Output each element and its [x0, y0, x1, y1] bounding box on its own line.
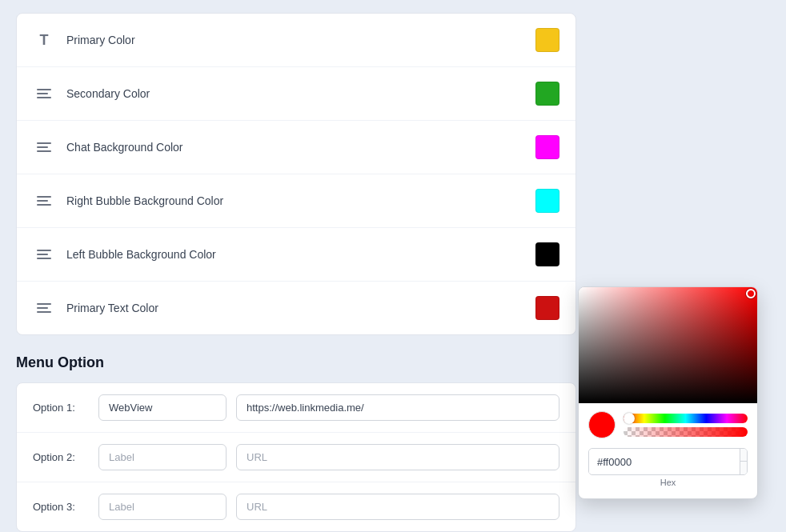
color-gradient-area[interactable]: [579, 287, 757, 403]
primary-text-color-swatch[interactable]: [535, 296, 559, 320]
hue-slider-track[interactable]: [624, 414, 748, 423]
menu-option-title: Menu Option: [16, 354, 576, 371]
left-bubble-color-swatch[interactable]: [535, 242, 559, 266]
primary-text-color-label: Primary Text Color: [66, 302, 535, 314]
hex-input-wrap: ▲ ▼: [588, 448, 748, 475]
hex-input[interactable]: [589, 450, 740, 474]
picker-cursor[interactable]: [746, 289, 756, 298]
hex-increment-button[interactable]: ▲: [740, 449, 748, 462]
secondary-color-row: Secondary Color: [17, 67, 575, 121]
option-2-label: Option 2:: [33, 451, 89, 463]
option-3-url-input[interactable]: [236, 494, 559, 520]
option-1-value-input[interactable]: [98, 394, 227, 421]
color-preview-circle: [588, 411, 616, 438]
menu-option-3-row: Option 3:: [17, 482, 575, 531]
color-settings-card: T Primary Color Secondary Color Chat Bac…: [16, 13, 576, 335]
primary-text-color-row: Primary Text Color: [17, 282, 575, 334]
hex-decrement-button[interactable]: ▼: [740, 462, 748, 474]
right-bubble-color-row: Right Bubble Background Color: [17, 174, 575, 228]
right-bubble-icon: [33, 190, 55, 212]
option-3-label: Option 3:: [33, 501, 89, 513]
option-2-value-input[interactable]: [98, 444, 227, 470]
main-content: T Primary Color Secondary Color Chat Bac…: [0, 0, 592, 532]
menu-option-2-row: Option 2:: [17, 433, 575, 482]
t-icon: T: [40, 32, 49, 49]
lines-icon-right-bubble: [37, 196, 51, 206]
left-bubble-icon: [33, 243, 55, 266]
secondary-color-swatch[interactable]: [535, 82, 559, 106]
primary-color-swatch[interactable]: [535, 28, 559, 52]
chat-bg-color-row: Chat Background Color: [17, 121, 575, 174]
option-1-label: Option 1:: [33, 402, 89, 414]
color-picker-popup: ▲ ▼ Hex: [578, 286, 758, 499]
lines-icon-chat-bg: [37, 142, 51, 152]
hex-row: ▲ ▼ Hex: [579, 443, 757, 489]
lines-icon-secondary: [37, 89, 51, 98]
option-1-url-input[interactable]: [236, 394, 559, 421]
lines-icon-primary-text: [37, 303, 51, 313]
left-bubble-color-label: Left Bubble Background Color: [66, 248, 535, 261]
sliders-col: [624, 414, 748, 437]
chat-bg-icon: [33, 136, 55, 158]
alpha-slider-track[interactable]: [624, 427, 748, 437]
lines-icon-left-bubble: [37, 250, 51, 259]
hue-row: [579, 403, 757, 443]
chat-bg-color-label: Chat Background Color: [66, 141, 535, 154]
chat-bg-color-swatch[interactable]: [535, 135, 559, 159]
option-2-url-input[interactable]: [236, 444, 559, 470]
menu-options-card: Option 1: Option 2: Option 3:: [16, 382, 576, 532]
primary-color-row: T Primary Color: [17, 14, 575, 67]
primary-color-icon: T: [33, 29, 55, 51]
menu-option-1-row: Option 1:: [17, 383, 575, 433]
hue-thumb[interactable]: [624, 413, 635, 424]
secondary-color-icon: [33, 82, 55, 105]
option-3-value-input[interactable]: [98, 494, 227, 520]
right-bubble-color-swatch[interactable]: [535, 189, 559, 213]
secondary-color-label: Secondary Color: [66, 87, 535, 100]
primary-text-icon: [33, 297, 55, 319]
primary-color-label: Primary Color: [66, 34, 535, 46]
left-bubble-color-row: Left Bubble Background Color: [17, 228, 575, 282]
hex-label: Hex: [588, 478, 748, 487]
right-bubble-color-label: Right Bubble Background Color: [66, 194, 535, 207]
hex-stepper: ▲ ▼: [740, 449, 748, 474]
